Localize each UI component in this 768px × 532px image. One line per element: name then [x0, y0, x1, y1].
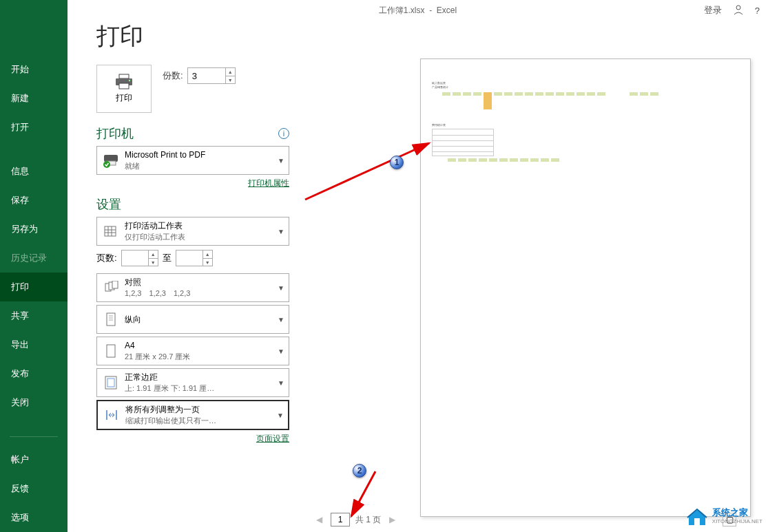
- watermark-icon: [686, 507, 708, 526]
- titlebar: 工作簿1.xlsx - Excel 登录 ?: [68, 0, 768, 21]
- scaling-select[interactable]: 将所有列调整为一页缩减打印输出使其只有一… ▼: [96, 400, 289, 430]
- pages-to-label: 至: [163, 252, 172, 264]
- collation-icon: [101, 281, 121, 295]
- sheets-icon: [101, 224, 121, 238]
- sidebar-item-publish[interactable]: 发布: [0, 359, 68, 388]
- printer-name: Microsoft Print to PDF: [125, 149, 284, 160]
- sidebar-item-account[interactable]: 帐户: [0, 445, 68, 474]
- signin-link[interactable]: 登录: [704, 4, 722, 17]
- svg-rect-14: [112, 281, 118, 288]
- current-page-input[interactable]: [331, 513, 350, 526]
- preview-pager: ◀ 共 1 页 ▶: [313, 513, 398, 526]
- print-button[interactable]: 打印: [96, 65, 152, 113]
- collation-select[interactable]: 对照1,2,3 1,2,3 1,2,3 ▼: [96, 273, 289, 302]
- page-count-label: 共 1 页: [355, 514, 381, 526]
- chevron-down-icon: ▼: [277, 412, 284, 419]
- chevron-down-icon: ▼: [278, 379, 284, 387]
- print-settings-panel: 打印 打印 份数: 3 ▲▼ 打印机 i: [96, 21, 289, 532]
- portrait-icon: [101, 312, 121, 327]
- backstage-sidebar: 开始 新建 打开 信息 保存 另存为 历史记录 打印 共享 导出 发布 关闭 帐…: [0, 0, 68, 532]
- callout-2: 2: [353, 464, 366, 478]
- page-range-row: 页数: ▲▼ 至 ▲▼: [96, 250, 289, 266]
- chevron-down-icon: ▼: [278, 157, 284, 164]
- callout-1: 1: [390, 156, 404, 169]
- page-icon: [101, 343, 121, 359]
- svg-rect-21: [107, 379, 114, 387]
- svg-rect-0: [119, 74, 129, 78]
- margins-icon: [101, 375, 121, 390]
- printer-status-icon: [101, 153, 121, 168]
- watermark: 系统之家XITONGZHIJIA.NET: [686, 507, 762, 526]
- sidebar-item-new[interactable]: 新建: [0, 84, 68, 113]
- svg-line-23: [351, 471, 375, 516]
- sidebar-item-close[interactable]: 关闭: [0, 388, 68, 417]
- settings-section-title: 设置: [96, 196, 289, 213]
- svg-point-3: [129, 80, 130, 81]
- account-icon[interactable]: [733, 4, 744, 17]
- sidebar-item-options[interactable]: 选项: [0, 503, 68, 532]
- sidebar-item-open[interactable]: 打开: [0, 113, 68, 142]
- svg-rect-25: [694, 518, 700, 525]
- page-title: 打印: [96, 21, 289, 52]
- next-page-button[interactable]: ▶: [386, 515, 398, 524]
- preview-page: 输入数据表产品销售统计 费用统计表: [420, 58, 751, 517]
- svg-rect-19: [107, 345, 115, 357]
- printer-icon: [114, 74, 134, 90]
- sidebar-item-history: 历史记录: [0, 244, 68, 273]
- printer-select[interactable]: Microsoft Print to PDF 就绪 ▼: [96, 146, 289, 175]
- annotation-arrow-1: [302, 138, 439, 206]
- sidebar-item-home[interactable]: 开始: [0, 55, 68, 84]
- chevron-down-icon: ▼: [278, 284, 284, 292]
- sidebar-item-saveas[interactable]: 另存为: [0, 215, 68, 244]
- help-button[interactable]: ?: [755, 6, 760, 16]
- fit-columns-icon: [102, 407, 121, 423]
- page-setup-link[interactable]: 页面设置: [256, 434, 289, 443]
- print-what-select[interactable]: 打印活动工作表仅打印活动工作表 ▼: [96, 217, 289, 246]
- orientation-select[interactable]: 纵向 ▼: [96, 305, 289, 334]
- copies-input[interactable]: 3 ▲▼: [187, 67, 236, 84]
- copies-spinner[interactable]: ▲▼: [225, 68, 235, 83]
- svg-point-24: [736, 6, 740, 10]
- svg-line-22: [305, 143, 429, 200]
- sidebar-item-feedback[interactable]: 反馈: [0, 474, 68, 503]
- info-icon[interactable]: i: [278, 128, 289, 139]
- svg-rect-15: [107, 313, 115, 326]
- chevron-down-icon: ▼: [278, 316, 284, 323]
- margins-select[interactable]: 正常边距上: 1.91 厘米 下: 1.91 厘… ▼: [96, 368, 289, 397]
- copies-label: 份数:: [163, 70, 183, 82]
- sidebar-item-print[interactable]: 打印: [0, 273, 68, 301]
- sidebar-item-info[interactable]: 信息: [0, 157, 68, 186]
- printer-properties-link[interactable]: 打印机属性: [248, 178, 289, 188]
- chevron-down-icon: ▼: [278, 228, 284, 235]
- page-to-input[interactable]: ▲▼: [176, 250, 213, 266]
- printer-status: 就绪: [125, 160, 284, 171]
- print-preview-area: 输入数据表产品销售统计 费用统计表: [289, 21, 768, 532]
- print-button-label: 打印: [116, 92, 132, 104]
- svg-point-6: [103, 161, 110, 168]
- sidebar-item-save[interactable]: 保存: [0, 186, 68, 215]
- sidebar-item-share[interactable]: 共享: [0, 301, 68, 330]
- sidebar-item-export[interactable]: 导出: [0, 330, 68, 359]
- svg-rect-7: [105, 226, 116, 236]
- page-from-input[interactable]: ▲▼: [121, 250, 158, 266]
- document-title: 工作簿1.xlsx - Excel: [379, 5, 457, 17]
- printer-section-title: 打印机 i: [96, 125, 289, 142]
- prev-page-button[interactable]: ◀: [313, 515, 325, 524]
- chevron-down-icon: ▼: [278, 348, 284, 355]
- papersize-select[interactable]: A421 厘米 x 29.7 厘米 ▼: [96, 337, 289, 365]
- svg-rect-2: [119, 83, 129, 89]
- pages-label: 页数:: [96, 252, 117, 264]
